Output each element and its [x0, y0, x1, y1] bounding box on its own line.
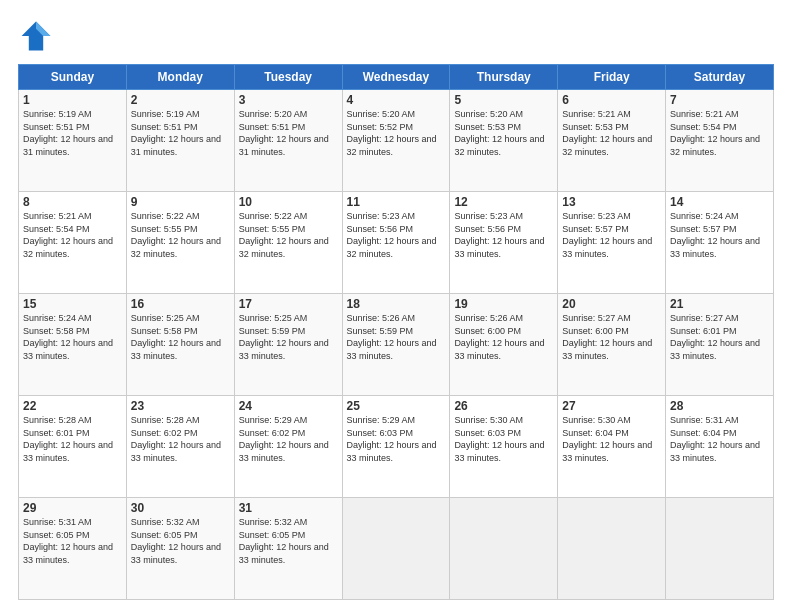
day-info: Sunrise: 5:21 AMSunset: 5:53 PMDaylight:…: [562, 109, 652, 157]
calendar-cell: 28Sunrise: 5:31 AMSunset: 6:04 PMDayligh…: [666, 396, 774, 498]
day-number: 19: [454, 297, 553, 311]
day-number: 9: [131, 195, 230, 209]
calendar-table: SundayMondayTuesdayWednesdayThursdayFrid…: [18, 64, 774, 600]
day-number: 21: [670, 297, 769, 311]
calendar-week-row: 15Sunrise: 5:24 AMSunset: 5:58 PMDayligh…: [19, 294, 774, 396]
day-number: 26: [454, 399, 553, 413]
calendar-week-row: 22Sunrise: 5:28 AMSunset: 6:01 PMDayligh…: [19, 396, 774, 498]
day-number: 8: [23, 195, 122, 209]
day-number: 13: [562, 195, 661, 209]
day-info: Sunrise: 5:27 AMSunset: 6:01 PMDaylight:…: [670, 313, 760, 361]
calendar-week-row: 8Sunrise: 5:21 AMSunset: 5:54 PMDaylight…: [19, 192, 774, 294]
calendar-cell: 19Sunrise: 5:26 AMSunset: 6:00 PMDayligh…: [450, 294, 558, 396]
calendar-cell: 11Sunrise: 5:23 AMSunset: 5:56 PMDayligh…: [342, 192, 450, 294]
day-info: Sunrise: 5:32 AMSunset: 6:05 PMDaylight:…: [131, 517, 221, 565]
calendar-cell: 16Sunrise: 5:25 AMSunset: 5:58 PMDayligh…: [126, 294, 234, 396]
calendar-header-row: SundayMondayTuesdayWednesdayThursdayFrid…: [19, 65, 774, 90]
day-info: Sunrise: 5:20 AMSunset: 5:51 PMDaylight:…: [239, 109, 329, 157]
calendar-body: 1Sunrise: 5:19 AMSunset: 5:51 PMDaylight…: [19, 90, 774, 600]
day-info: Sunrise: 5:22 AMSunset: 5:55 PMDaylight:…: [131, 211, 221, 259]
calendar-cell: 9Sunrise: 5:22 AMSunset: 5:55 PMDaylight…: [126, 192, 234, 294]
calendar-cell: [558, 498, 666, 600]
calendar-cell: 5Sunrise: 5:20 AMSunset: 5:53 PMDaylight…: [450, 90, 558, 192]
calendar-day-header: Friday: [558, 65, 666, 90]
day-info: Sunrise: 5:26 AMSunset: 6:00 PMDaylight:…: [454, 313, 544, 361]
calendar-day-header: Tuesday: [234, 65, 342, 90]
calendar-cell: 10Sunrise: 5:22 AMSunset: 5:55 PMDayligh…: [234, 192, 342, 294]
calendar-cell: 8Sunrise: 5:21 AMSunset: 5:54 PMDaylight…: [19, 192, 127, 294]
day-info: Sunrise: 5:21 AMSunset: 5:54 PMDaylight:…: [670, 109, 760, 157]
day-number: 5: [454, 93, 553, 107]
calendar-cell: 27Sunrise: 5:30 AMSunset: 6:04 PMDayligh…: [558, 396, 666, 498]
calendar-cell: 3Sunrise: 5:20 AMSunset: 5:51 PMDaylight…: [234, 90, 342, 192]
day-info: Sunrise: 5:32 AMSunset: 6:05 PMDaylight:…: [239, 517, 329, 565]
calendar-cell: 4Sunrise: 5:20 AMSunset: 5:52 PMDaylight…: [342, 90, 450, 192]
calendar-day-header: Saturday: [666, 65, 774, 90]
day-number: 27: [562, 399, 661, 413]
day-info: Sunrise: 5:22 AMSunset: 5:55 PMDaylight:…: [239, 211, 329, 259]
day-info: Sunrise: 5:19 AMSunset: 5:51 PMDaylight:…: [23, 109, 113, 157]
day-info: Sunrise: 5:30 AMSunset: 6:03 PMDaylight:…: [454, 415, 544, 463]
calendar-week-row: 1Sunrise: 5:19 AMSunset: 5:51 PMDaylight…: [19, 90, 774, 192]
day-number: 6: [562, 93, 661, 107]
calendar-cell: 1Sunrise: 5:19 AMSunset: 5:51 PMDaylight…: [19, 90, 127, 192]
day-number: 23: [131, 399, 230, 413]
day-number: 25: [347, 399, 446, 413]
day-number: 12: [454, 195, 553, 209]
calendar-cell: 18Sunrise: 5:26 AMSunset: 5:59 PMDayligh…: [342, 294, 450, 396]
day-number: 24: [239, 399, 338, 413]
day-number: 11: [347, 195, 446, 209]
calendar-day-header: Wednesday: [342, 65, 450, 90]
day-info: Sunrise: 5:25 AMSunset: 5:59 PMDaylight:…: [239, 313, 329, 361]
day-number: 20: [562, 297, 661, 311]
day-info: Sunrise: 5:21 AMSunset: 5:54 PMDaylight:…: [23, 211, 113, 259]
day-info: Sunrise: 5:28 AMSunset: 6:02 PMDaylight:…: [131, 415, 221, 463]
calendar-week-row: 29Sunrise: 5:31 AMSunset: 6:05 PMDayligh…: [19, 498, 774, 600]
day-info: Sunrise: 5:26 AMSunset: 5:59 PMDaylight:…: [347, 313, 437, 361]
day-number: 22: [23, 399, 122, 413]
day-info: Sunrise: 5:23 AMSunset: 5:57 PMDaylight:…: [562, 211, 652, 259]
day-number: 14: [670, 195, 769, 209]
day-info: Sunrise: 5:31 AMSunset: 6:05 PMDaylight:…: [23, 517, 113, 565]
day-number: 31: [239, 501, 338, 515]
day-info: Sunrise: 5:24 AMSunset: 5:57 PMDaylight:…: [670, 211, 760, 259]
calendar-cell: 15Sunrise: 5:24 AMSunset: 5:58 PMDayligh…: [19, 294, 127, 396]
day-info: Sunrise: 5:23 AMSunset: 5:56 PMDaylight:…: [454, 211, 544, 259]
calendar-cell: 26Sunrise: 5:30 AMSunset: 6:03 PMDayligh…: [450, 396, 558, 498]
day-info: Sunrise: 5:25 AMSunset: 5:58 PMDaylight:…: [131, 313, 221, 361]
calendar-cell: 2Sunrise: 5:19 AMSunset: 5:51 PMDaylight…: [126, 90, 234, 192]
day-info: Sunrise: 5:20 AMSunset: 5:53 PMDaylight:…: [454, 109, 544, 157]
calendar-cell: 31Sunrise: 5:32 AMSunset: 6:05 PMDayligh…: [234, 498, 342, 600]
calendar-cell: 17Sunrise: 5:25 AMSunset: 5:59 PMDayligh…: [234, 294, 342, 396]
calendar-day-header: Monday: [126, 65, 234, 90]
day-number: 16: [131, 297, 230, 311]
day-info: Sunrise: 5:29 AMSunset: 6:03 PMDaylight:…: [347, 415, 437, 463]
calendar-cell: 21Sunrise: 5:27 AMSunset: 6:01 PMDayligh…: [666, 294, 774, 396]
day-number: 10: [239, 195, 338, 209]
day-number: 4: [347, 93, 446, 107]
calendar-cell: [666, 498, 774, 600]
calendar-cell: 13Sunrise: 5:23 AMSunset: 5:57 PMDayligh…: [558, 192, 666, 294]
calendar-cell: 6Sunrise: 5:21 AMSunset: 5:53 PMDaylight…: [558, 90, 666, 192]
calendar-day-header: Thursday: [450, 65, 558, 90]
day-number: 18: [347, 297, 446, 311]
page: SundayMondayTuesdayWednesdayThursdayFrid…: [0, 0, 792, 612]
day-number: 2: [131, 93, 230, 107]
day-number: 1: [23, 93, 122, 107]
logo-icon: [18, 18, 54, 54]
calendar-cell: 23Sunrise: 5:28 AMSunset: 6:02 PMDayligh…: [126, 396, 234, 498]
day-number: 17: [239, 297, 338, 311]
calendar-cell: [450, 498, 558, 600]
logo: [18, 18, 60, 54]
calendar-cell: 7Sunrise: 5:21 AMSunset: 5:54 PMDaylight…: [666, 90, 774, 192]
calendar-cell: 22Sunrise: 5:28 AMSunset: 6:01 PMDayligh…: [19, 396, 127, 498]
day-info: Sunrise: 5:31 AMSunset: 6:04 PMDaylight:…: [670, 415, 760, 463]
calendar-cell: 29Sunrise: 5:31 AMSunset: 6:05 PMDayligh…: [19, 498, 127, 600]
calendar-cell: 12Sunrise: 5:23 AMSunset: 5:56 PMDayligh…: [450, 192, 558, 294]
calendar-cell: 30Sunrise: 5:32 AMSunset: 6:05 PMDayligh…: [126, 498, 234, 600]
day-number: 3: [239, 93, 338, 107]
day-info: Sunrise: 5:27 AMSunset: 6:00 PMDaylight:…: [562, 313, 652, 361]
day-number: 28: [670, 399, 769, 413]
day-info: Sunrise: 5:19 AMSunset: 5:51 PMDaylight:…: [131, 109, 221, 157]
day-number: 30: [131, 501, 230, 515]
